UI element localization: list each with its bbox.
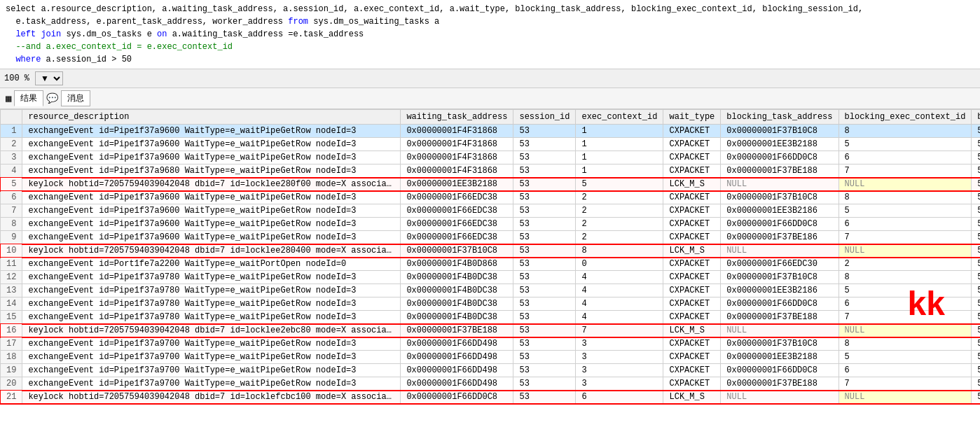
results-label: 结果 — [20, 92, 37, 104]
col-resource-description[interactable]: resource_description — [22, 110, 401, 125]
cell-resource-description: exchangeEvent id=Pipe1f37a9700 WaitType=… — [22, 377, 401, 391]
cell-blocking-session-id: 53 — [972, 311, 980, 324]
table-row[interactable]: 15exchangeEvent id=Pipe1f37a9780 WaitTyp… — [1, 311, 981, 324]
row-number: 10 — [1, 244, 22, 258]
table-row[interactable]: 20exchangeEvent id=Pipe1f37a9700 WaitTyp… — [1, 377, 981, 391]
cell-waiting-task-address: 0x00000001F4B0D868 — [401, 258, 513, 271]
row-number: 17 — [1, 337, 22, 351]
cell-blocking-task-address: NULL — [721, 244, 838, 258]
cell-blocking-task-address: 0x00000001F37B10C8 — [721, 191, 838, 204]
cell-waiting-task-address: 0x00000001F66EDC38 — [401, 231, 513, 244]
cell-blocking-exec-context-id: NULL — [838, 324, 972, 337]
cell-resource-description: exchangeEvent id=Pipe1f37a9600 WaitType=… — [22, 125, 401, 138]
table-row[interactable]: 3exchangeEvent id=Pipe1f37a9600 WaitType… — [1, 151, 981, 164]
cell-blocking-exec-context-id: 5 — [838, 351, 972, 364]
messages-tab[interactable]: 消息 — [61, 90, 90, 106]
cell-session-id: 53 — [513, 258, 576, 271]
col-session-id[interactable]: session_id — [513, 110, 576, 125]
cell-wait-type: CXPACKET — [663, 311, 721, 324]
cell-wait-type: CXPACKET — [663, 191, 721, 204]
col-waiting-task-address[interactable]: waiting_task_address — [401, 110, 513, 125]
col-blocking-session-id[interactable]: blocking_session_id — [972, 110, 980, 125]
zoom-select[interactable]: ▼ — [35, 71, 63, 85]
cell-blocking-exec-context-id: 7 — [838, 311, 972, 324]
col-blocking-exec-context-id[interactable]: blocking_exec_context_id — [838, 110, 972, 125]
cell-waiting-task-address: 0x00000001F4B0DC38 — [401, 311, 513, 324]
cell-session-id: 53 — [513, 324, 576, 337]
sql-editor: select a.resource_description, a.waiting… — [0, 0, 980, 69]
results-tab[interactable]: 结果 — [14, 90, 43, 106]
cell-blocking-exec-context-id: NULL — [838, 178, 972, 191]
cell-resource-description: exchangeEvent id=Pipe1f37a9700 WaitType=… — [22, 364, 401, 377]
table-row[interactable]: 14exchangeEvent id=Pipe1f37a9780 WaitTyp… — [1, 298, 981, 311]
row-number: 11 — [1, 258, 22, 271]
data-grid-container[interactable]: resource_description waiting_task_addres… — [0, 109, 980, 441]
table-row[interactable]: 18exchangeEvent id=Pipe1f37a9700 WaitTyp… — [1, 351, 981, 364]
table-row[interactable]: 9exchangeEvent id=Pipe1f37a9600 WaitType… — [1, 231, 981, 244]
cell-blocking-task-address: 0x00000001F66EDC30 — [721, 258, 838, 271]
table-row[interactable]: 5keylock hobtid=72057594039042048 dbid=7… — [1, 178, 981, 191]
col-exec-context-id[interactable]: exec_context_id — [576, 110, 663, 125]
cell-exec-context-id: 6 — [576, 391, 663, 404]
table-row[interactable]: 8exchangeEvent id=Pipe1f37a9600 WaitType… — [1, 218, 981, 231]
cell-session-id: 53 — [513, 138, 576, 151]
table-row[interactable]: 13exchangeEvent id=Pipe1f37a9780 WaitTyp… — [1, 284, 981, 298]
cell-resource-description: exchangeEvent id=Pipe1f37a9600 WaitType=… — [22, 138, 401, 151]
cell-wait-type: CXPACKET — [663, 204, 721, 218]
cell-wait-type: CXPACKET — [663, 298, 721, 311]
cell-blocking-task-address: 0x00000001F37BE186 — [721, 231, 838, 244]
cell-blocking-session-id: 54 — [972, 391, 980, 404]
cell-session-id: 53 — [513, 151, 576, 164]
cell-blocking-task-address: 0x00000001EE3B2186 — [721, 204, 838, 218]
cell-resource-description: exchangeEvent id=Pipe1f37a9600 WaitType=… — [22, 231, 401, 244]
col-blocking-task-address[interactable]: blocking_task_address — [721, 110, 838, 125]
cell-exec-context-id: 3 — [576, 377, 663, 391]
cell-waiting-task-address: 0x00000001F4B0DC38 — [401, 271, 513, 284]
table-row[interactable]: 1exchangeEvent id=Pipe1f37a9600 WaitType… — [1, 125, 981, 138]
table-row[interactable]: 2exchangeEvent id=Pipe1f37a9600 WaitType… — [1, 138, 981, 151]
cell-exec-context-id: 3 — [576, 364, 663, 377]
cell-blocking-session-id: 53 — [972, 138, 980, 151]
cell-wait-type: CXPACKET — [663, 377, 721, 391]
table-row[interactable]: 16keylock hobtid=72057594039042048 dbid=… — [1, 324, 981, 337]
col-wait-type[interactable]: wait_type — [663, 110, 721, 125]
cell-waiting-task-address: 0x00000001F66DD498 — [401, 364, 513, 377]
table-row[interactable]: 10keylock hobtid=72057594039042048 dbid=… — [1, 244, 981, 258]
cell-blocking-exec-context-id: NULL — [838, 391, 972, 404]
cell-wait-type: LCK_M_S — [663, 178, 721, 191]
table-row[interactable]: 12exchangeEvent id=Pipe1f37a9780 WaitTyp… — [1, 271, 981, 284]
cell-blocking-session-id: 54 — [972, 324, 980, 337]
table-row[interactable]: 11exchangeEvent id=Port1fe7a2200 WaitTyp… — [1, 258, 981, 271]
cell-resource-description: exchangeEvent id=Pipe1f37a9600 WaitType=… — [22, 151, 401, 164]
cell-wait-type: CXPACKET — [663, 271, 721, 284]
cell-blocking-exec-context-id: 6 — [838, 151, 972, 164]
cell-waiting-task-address: 0x00000001F66DD498 — [401, 351, 513, 364]
row-number: 15 — [1, 311, 22, 324]
table-row[interactable]: 21keylock hobtid=72057594039042048 dbid=… — [1, 391, 981, 404]
cell-blocking-session-id: 53 — [972, 258, 980, 271]
cell-resource-description: keylock hobtid=72057594039042048 dbid=7 … — [22, 244, 401, 258]
table-row[interactable]: 4exchangeEvent id=Pipe1f37a9680 WaitType… — [1, 164, 981, 178]
cell-blocking-exec-context-id: 8 — [838, 337, 972, 351]
row-number: 1 — [1, 125, 22, 138]
cell-blocking-exec-context-id: 6 — [838, 218, 972, 231]
cell-session-id: 53 — [513, 377, 576, 391]
cell-waiting-task-address: 0x00000001F66DD498 — [401, 337, 513, 351]
cell-blocking-task-address: 0x00000001F37B10C8 — [721, 337, 838, 351]
table-row[interactable]: 6exchangeEvent id=Pipe1f37a9600 WaitType… — [1, 191, 981, 204]
cell-blocking-task-address: 0x00000001EE3B2188 — [721, 138, 838, 151]
cell-session-id: 53 — [513, 351, 576, 364]
cell-blocking-task-address: 0x00000001F66DD0C8 — [721, 298, 838, 311]
table-row[interactable]: 7exchangeEvent id=Pipe1f37a9600 WaitType… — [1, 204, 981, 218]
comment-and: and — [26, 42, 41, 52]
cell-exec-context-id: 7 — [576, 324, 663, 337]
grid-wrapper: resource_description waiting_task_addres… — [0, 109, 980, 441]
table-row[interactable]: 17exchangeEvent id=Pipe1f37a9700 WaitTyp… — [1, 337, 981, 351]
cell-resource-description: keylock hobtid=72057594039042048 dbid=7 … — [22, 178, 401, 191]
row-number: 4 — [1, 164, 22, 178]
cell-resource-description: exchangeEvent id=Pipe1f37a9700 WaitType=… — [22, 351, 401, 364]
cell-wait-type: CXPACKET — [663, 337, 721, 351]
table-row[interactable]: 19exchangeEvent id=Pipe1f37a9700 WaitTyp… — [1, 364, 981, 377]
cell-blocking-exec-context-id: 8 — [838, 125, 972, 138]
cell-resource-description: exchangeEvent id=Pipe1f37a9780 WaitType=… — [22, 271, 401, 284]
